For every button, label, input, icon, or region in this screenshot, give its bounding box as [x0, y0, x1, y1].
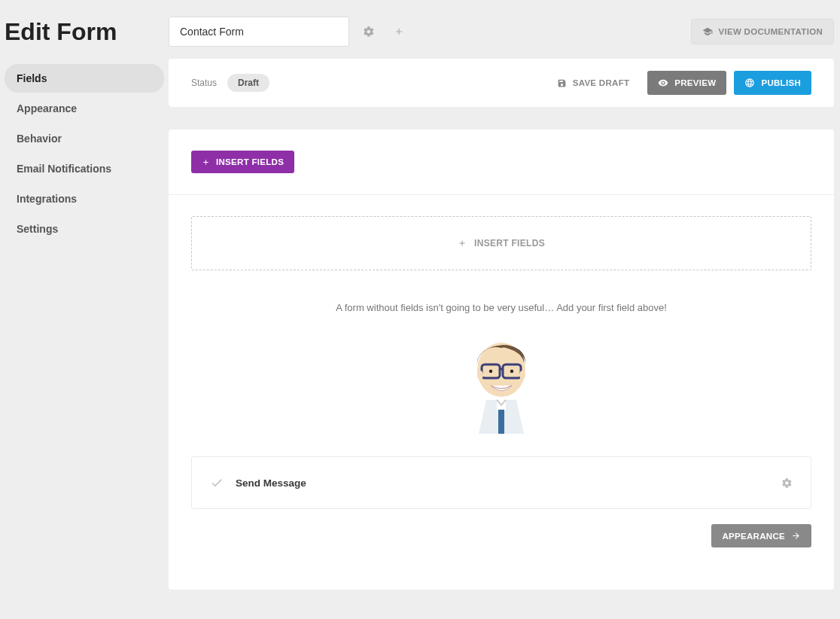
submit-button-row[interactable]: Send Message [191, 456, 811, 509]
status-label: Status [191, 78, 217, 88]
insert-fields-label: INSERT FIELDS [216, 157, 284, 166]
save-icon [557, 78, 567, 88]
dropzone-label: INSERT FIELDS [474, 238, 545, 249]
form-title-input[interactable] [169, 17, 349, 47]
insert-fields-button[interactable]: INSERT FIELDS [191, 151, 294, 173]
svg-point-8 [519, 370, 525, 380]
mascot-illustration [169, 328, 834, 434]
publish-label: PUBLISH [761, 78, 801, 87]
status-panel: Status Draft SAVE DRAFT PREVIEW [169, 59, 834, 107]
globe-icon [744, 78, 755, 88]
gear-icon[interactable] [358, 21, 379, 42]
empty-state-message: A form without fields isn't going to be … [169, 302, 834, 313]
svg-point-7 [477, 370, 483, 380]
sidebar-item-appearance[interactable]: Appearance [5, 94, 164, 123]
view-documentation-label: VIEW DOCUMENTATION [719, 27, 823, 36]
eye-icon [658, 78, 668, 88]
plus-icon[interactable] [388, 21, 409, 42]
graduation-cap-icon [702, 26, 713, 37]
submit-button-label: Send Message [236, 477, 306, 489]
sidebar-item-email-notifications[interactable]: Email Notifications [5, 154, 164, 183]
sidebar-item-fields[interactable]: Fields [5, 64, 164, 93]
preview-button[interactable]: PREVIEW [647, 71, 726, 95]
publish-button[interactable]: PUBLISH [734, 71, 811, 95]
sidebar-item-integrations[interactable]: Integrations [5, 184, 164, 213]
save-draft-label: SAVE DRAFT [573, 78, 630, 87]
view-documentation-button[interactable]: VIEW DOCUMENTATION [691, 19, 835, 44]
arrow-right-icon [791, 531, 801, 541]
gear-icon[interactable] [781, 477, 793, 489]
check-icon [210, 476, 224, 489]
sidebar: Fields Appearance Behavior Email Notific… [5, 64, 164, 243]
insert-fields-dropzone[interactable]: INSERT FIELDS [191, 216, 811, 270]
next-button-label: APPEARANCE [722, 532, 785, 541]
topbar: VIEW DOCUMENTATION [169, 0, 834, 59]
save-draft-button[interactable]: SAVE DRAFT [546, 72, 641, 95]
status-badge: Draft [227, 74, 269, 92]
svg-point-4 [489, 370, 492, 373]
sidebar-item-settings[interactable]: Settings [5, 215, 164, 243]
next-appearance-button[interactable]: APPEARANCE [711, 524, 811, 547]
plus-icon [458, 239, 467, 248]
sidebar-item-behavior[interactable]: Behavior [5, 124, 164, 153]
plus-icon [202, 158, 210, 166]
svg-point-5 [510, 370, 513, 373]
preview-label: PREVIEW [674, 78, 716, 87]
page-title: Edit Form [5, 18, 164, 46]
fields-panel: INSERT FIELDS INSERT FIELDS A form witho… [169, 130, 834, 590]
svg-rect-6 [498, 410, 504, 434]
